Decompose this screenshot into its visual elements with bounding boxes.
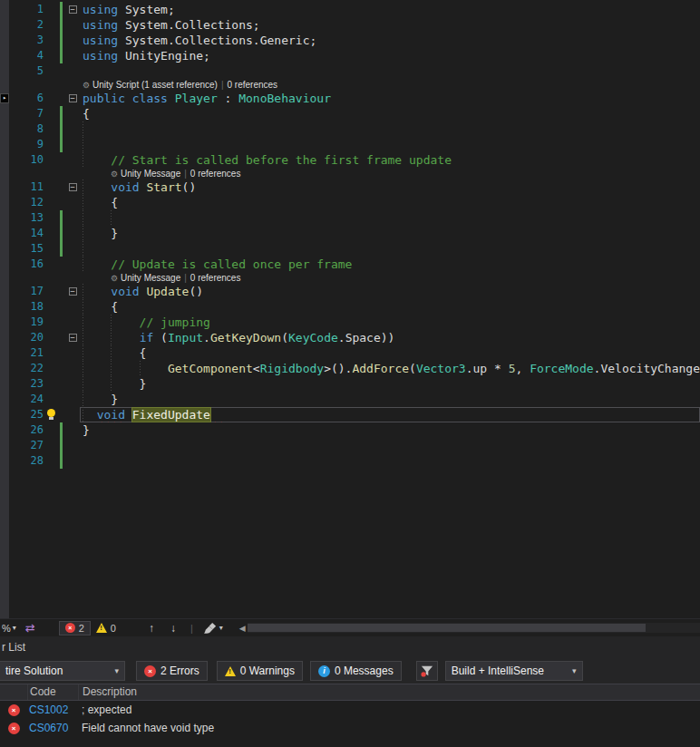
code-line-text[interactable]: if (Input.GetKeyDown(KeyCode.Space)) xyxy=(80,330,700,345)
code-line-text[interactable]: // Start is called before the first fram… xyxy=(80,152,700,168)
fold-margin[interactable] xyxy=(65,33,80,48)
fold-margin[interactable] xyxy=(65,361,80,376)
description-column-header[interactable]: Description xyxy=(78,684,700,700)
fold-margin[interactable] xyxy=(65,438,80,453)
code-line-text[interactable]: using UnityEngine; xyxy=(80,48,700,63)
horizontal-scrollbar[interactable]: ◀ xyxy=(239,619,700,636)
indicator-margin[interactable] xyxy=(0,392,9,407)
sync-icon[interactable]: ⇄ xyxy=(25,621,35,635)
fold-collapse-icon[interactable]: − xyxy=(69,94,77,102)
fold-margin[interactable]: − xyxy=(65,179,80,195)
warnings-filter-button[interactable]: 0 Warnings xyxy=(217,661,303,681)
code-line-text[interactable]: { xyxy=(80,106,700,121)
indicator-margin[interactable] xyxy=(0,152,9,168)
fold-margin[interactable] xyxy=(65,299,80,315)
codelens-info-link[interactable]: Unity Script (1 asset reference) xyxy=(92,80,218,90)
previous-issue-button[interactable]: ↑ xyxy=(149,622,154,635)
code-line-text[interactable]: void Start() xyxy=(80,179,700,195)
scrollbar-track[interactable] xyxy=(248,623,700,633)
error-row[interactable]: ×CS1002; expected xyxy=(0,701,700,719)
fold-margin[interactable] xyxy=(65,241,80,257)
code-line-text[interactable] xyxy=(80,453,700,469)
code-line-text[interactable]: // jumping xyxy=(80,315,700,330)
indicator-margin[interactable] xyxy=(0,422,9,438)
indicator-margin[interactable] xyxy=(0,376,9,392)
error-row[interactable]: ×CS0670Field cannot have void type xyxy=(0,719,700,737)
health-errors-segment[interactable]: × 2 xyxy=(59,621,91,635)
code-line-text[interactable]: void Update() xyxy=(80,284,700,299)
codelens-info-link[interactable]: Unity Message xyxy=(121,273,180,283)
indicator-margin[interactable] xyxy=(0,48,9,63)
fold-margin[interactable] xyxy=(65,121,80,137)
fold-margin[interactable]: − xyxy=(65,2,80,17)
fold-margin[interactable]: − xyxy=(65,91,80,106)
indicator-margin[interactable] xyxy=(0,106,9,121)
fold-collapse-icon[interactable]: − xyxy=(69,334,77,342)
fold-margin[interactable] xyxy=(65,453,80,469)
scrollbar-thumb[interactable] xyxy=(248,624,646,632)
code-line-text[interactable]: } xyxy=(80,392,700,407)
indicator-margin[interactable] xyxy=(0,407,9,422)
indicator-margin[interactable] xyxy=(0,438,9,453)
code-line-text[interactable]: } xyxy=(80,376,700,392)
fold-collapse-icon[interactable]: − xyxy=(69,183,77,191)
fold-margin[interactable] xyxy=(65,195,80,210)
indicator-margin[interactable] xyxy=(0,330,9,345)
code-line-text[interactable]: } xyxy=(80,226,700,241)
indicator-margin[interactable] xyxy=(0,453,9,469)
document-health-indicator[interactable]: × 2 0 xyxy=(59,621,122,635)
code-line-text[interactable]: GetComponent<Rigidbody>().AddForce(Vecto… xyxy=(80,361,700,376)
codelens-references-link[interactable]: 0 references xyxy=(228,80,278,90)
code-line-text[interactable]: public class Player : MonoBehaviour xyxy=(80,91,700,106)
fold-margin[interactable] xyxy=(65,17,80,33)
fold-margin[interactable] xyxy=(65,422,80,438)
code-line-text[interactable] xyxy=(80,121,700,137)
indicator-margin[interactable] xyxy=(0,315,9,330)
indicator-margin[interactable] xyxy=(0,179,9,195)
indicator-margin[interactable] xyxy=(0,241,9,257)
fold-margin[interactable] xyxy=(65,106,80,121)
fold-margin[interactable] xyxy=(65,407,80,422)
code-line-text[interactable]: using System; xyxy=(80,2,700,17)
code-line-text[interactable] xyxy=(80,63,700,79)
fold-collapse-icon[interactable]: − xyxy=(69,5,77,14)
fold-margin[interactable] xyxy=(65,137,80,152)
code-line-text[interactable]: using System.Collections.Generic; xyxy=(80,33,700,48)
fold-margin[interactable] xyxy=(65,345,80,361)
code-line-text[interactable]: { xyxy=(80,345,700,361)
fold-margin[interactable] xyxy=(65,226,80,241)
error-code-link[interactable]: CS0670 xyxy=(29,722,68,734)
code-line-text[interactable] xyxy=(80,137,700,152)
indicator-margin[interactable] xyxy=(0,17,9,33)
code-line-text[interactable] xyxy=(80,210,700,226)
severity-column-header[interactable] xyxy=(0,684,27,700)
indicator-margin[interactable] xyxy=(0,63,9,79)
fold-margin[interactable] xyxy=(65,63,80,79)
next-issue-button[interactable]: ↓ xyxy=(170,622,176,635)
indicator-margin[interactable] xyxy=(0,2,9,17)
code-line-text[interactable]: { xyxy=(80,195,700,210)
scope-dropdown[interactable]: tire Solution ▾ xyxy=(0,661,125,681)
codelens-references-link[interactable]: 0 references xyxy=(190,273,241,283)
indicator-margin[interactable] xyxy=(0,299,9,315)
code-line-text[interactable]: } xyxy=(80,422,700,438)
code-line-text[interactable]: { xyxy=(80,299,700,315)
code-line-text[interactable]: using System.Collections; xyxy=(80,17,700,33)
fold-margin[interactable] xyxy=(65,376,80,392)
code-line-text[interactable] xyxy=(80,241,700,257)
fold-margin[interactable]: − xyxy=(65,284,80,299)
zoom-dropdown[interactable]: % ▾ xyxy=(2,623,16,634)
indicator-margin[interactable] xyxy=(0,121,9,137)
filter-button[interactable] xyxy=(416,661,438,681)
indicator-margin[interactable] xyxy=(0,210,9,226)
indicator-margin[interactable] xyxy=(0,226,9,241)
fold-margin[interactable] xyxy=(65,152,80,168)
fold-margin[interactable] xyxy=(65,257,80,272)
code-cleanup-button[interactable]: ▾ xyxy=(204,622,223,635)
errors-filter-button[interactable]: × 2 Errors xyxy=(136,661,208,681)
code-line-text[interactable]: void FixedUpdate xyxy=(80,407,700,422)
code-editor[interactable]: 1−using System;2using System.Collections… xyxy=(0,0,700,618)
fold-margin[interactable] xyxy=(65,48,80,63)
code-line-text[interactable] xyxy=(80,438,700,453)
scroll-left-icon[interactable]: ◀ xyxy=(239,624,246,633)
